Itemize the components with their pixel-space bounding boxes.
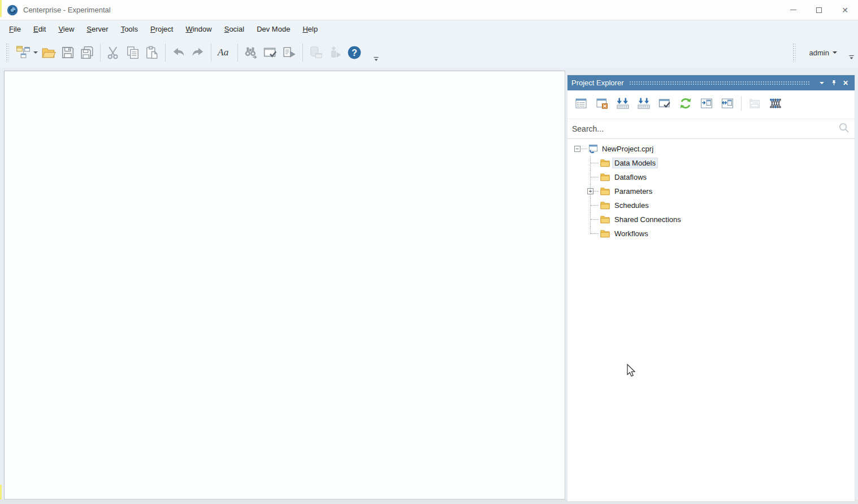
- dock-panel-icon: [700, 97, 713, 110]
- tree-item-schedules[interactable]: Schedules: [567, 198, 855, 212]
- tree-item-label[interactable]: Shared Connections: [613, 215, 683, 224]
- tree-root-label[interactable]: NewProject.cprj: [600, 144, 655, 154]
- new-project-button[interactable]: [14, 42, 33, 63]
- verify-window-button[interactable]: [261, 42, 280, 63]
- account-menu-button[interactable]: admin: [806, 46, 840, 59]
- menu-item-view[interactable]: View: [52, 23, 80, 36]
- tree-connector: [591, 163, 599, 163]
- refresh-button[interactable]: [677, 95, 694, 112]
- tree-connector: [591, 233, 599, 234]
- tree-connector: [581, 149, 587, 149]
- toolbar-group: [14, 42, 97, 63]
- tree-item-shared-connections[interactable]: Shared Connections: [567, 212, 855, 227]
- folder-icon-wrap: [600, 200, 610, 212]
- save-all-button[interactable]: [77, 42, 97, 63]
- search-box: [567, 119, 855, 139]
- menu-item-dev-mode[interactable]: Dev Mode: [250, 23, 296, 36]
- account-name: admin: [809, 49, 829, 57]
- help-icon: ?: [347, 45, 362, 60]
- menu-item-file[interactable]: File: [3, 23, 27, 36]
- collapse-expander[interactable]: −: [574, 146, 580, 152]
- project-explorer-header[interactable]: Project Explorer ✕: [567, 75, 855, 90]
- save-button[interactable]: [58, 42, 77, 63]
- find-icon: [244, 45, 258, 60]
- open-folder-button[interactable]: [39, 42, 58, 63]
- copy-button[interactable]: [123, 42, 142, 63]
- deploy-button: [326, 42, 345, 63]
- panel-pin-button[interactable]: [829, 78, 839, 88]
- folder-icon: [600, 200, 610, 211]
- font-icon: Aa: [217, 45, 232, 60]
- app-logo-icon: [7, 5, 18, 16]
- toolbar-overflow-button[interactable]: [373, 54, 379, 64]
- folder-icon: [600, 214, 610, 225]
- redo-button[interactable]: [188, 42, 207, 63]
- tree-item-dataflows[interactable]: Dataflows: [567, 170, 855, 184]
- project-icon: [588, 144, 599, 154]
- menu-item-project[interactable]: Project: [144, 23, 179, 36]
- tree-item-label[interactable]: Dataflows: [613, 172, 648, 182]
- menu-item-server[interactable]: Server: [80, 23, 114, 36]
- toolbar-overflow-icon: [848, 54, 855, 60]
- tree-connector: [591, 205, 599, 206]
- panel-menu-button[interactable]: [817, 78, 827, 88]
- toolbar-groups: Aa?: [14, 42, 364, 63]
- verify-window-icon: [263, 45, 278, 60]
- new-dropdown-icon[interactable]: [33, 51, 38, 56]
- verify-project-button[interactable]: [656, 95, 673, 112]
- svg-text:Aa: Aa: [217, 47, 229, 58]
- toolbar-overflow-icon: [373, 56, 379, 62]
- toolbar-grip[interactable]: [6, 43, 9, 62]
- menu-item-help[interactable]: Help: [296, 23, 324, 36]
- search-input[interactable]: [572, 124, 838, 133]
- tree-root-row[interactable]: −NewProject.cprj: [567, 142, 855, 156]
- cut-button[interactable]: [104, 42, 123, 63]
- toolbar-separator: [100, 44, 101, 62]
- toolbar-separator: [302, 44, 303, 62]
- close-project-button[interactable]: [593, 95, 610, 112]
- toolbar-separator: [165, 44, 166, 62]
- paste-button[interactable]: [142, 42, 162, 63]
- database-button: [306, 42, 326, 63]
- undo-button[interactable]: [169, 42, 188, 63]
- tree-item-parameters[interactable]: +Parameters: [567, 184, 855, 198]
- close-button[interactable]: ✕: [832, 0, 858, 20]
- tree-item-label[interactable]: Data Models: [613, 158, 657, 168]
- help-button[interactable]: ?: [345, 42, 364, 63]
- window-title: Centerprise - Experimental: [23, 6, 111, 14]
- list-details-icon: [574, 97, 588, 110]
- account-toolbar-grip[interactable]: [792, 43, 796, 62]
- toolbar-group: ?: [306, 42, 364, 63]
- menu-item-social[interactable]: Social: [218, 23, 250, 36]
- minimize-button[interactable]: [780, 0, 806, 20]
- folder-icon-wrap: [600, 214, 610, 227]
- list-details-button[interactable]: [573, 95, 590, 112]
- tree-item-label[interactable]: Schedules: [613, 201, 651, 210]
- tree-item-data-models[interactable]: Data Models: [567, 156, 855, 170]
- close-icon: ✕: [842, 6, 848, 14]
- tree-item-workflows[interactable]: Workflows: [567, 227, 855, 241]
- maximize-button[interactable]: [806, 0, 832, 20]
- dock-panel-button[interactable]: [698, 95, 715, 112]
- tree-item-label[interactable]: Parameters: [613, 186, 654, 196]
- right-toolbar-overflow-button[interactable]: [848, 53, 855, 63]
- find-button[interactable]: [241, 42, 261, 63]
- get-latest-all-button[interactable]: [635, 95, 652, 112]
- font-button[interactable]: Aa: [215, 42, 234, 63]
- chevron-down-icon: [820, 82, 824, 86]
- expand-expander[interactable]: +: [587, 188, 593, 194]
- lineage-icon: [769, 97, 782, 110]
- menu-item-window[interactable]: Window: [179, 23, 218, 36]
- panel-close-button[interactable]: ✕: [840, 78, 851, 88]
- get-latest-button[interactable]: [614, 95, 631, 112]
- panel-title: Project Explorer: [571, 79, 623, 87]
- lineage-button[interactable]: [767, 95, 784, 112]
- search-icon[interactable]: [838, 122, 850, 136]
- dock-panel-alt-button[interactable]: [719, 95, 736, 112]
- tree-item-label[interactable]: Workflows: [613, 229, 650, 238]
- run-document-button[interactable]: [280, 42, 299, 63]
- menu-item-edit[interactable]: Edit: [27, 23, 52, 36]
- minimize-icon: [790, 10, 796, 10]
- tree-connector: [591, 177, 599, 177]
- menu-item-tools[interactable]: Tools: [115, 23, 144, 36]
